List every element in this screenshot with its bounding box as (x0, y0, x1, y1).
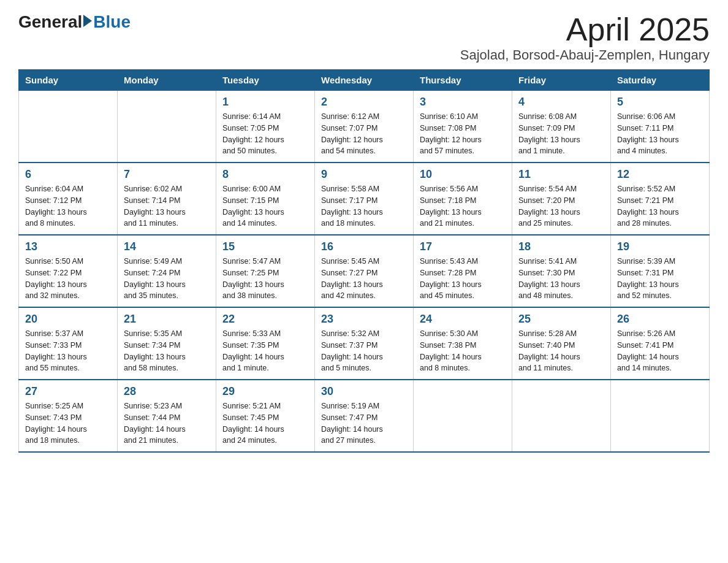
day-number: 5 (617, 96, 703, 109)
day-cell (118, 91, 216, 163)
day-number: 13 (25, 240, 111, 253)
day-cell: 30Sunrise: 5:19 AM Sunset: 7:47 PM Dayli… (315, 380, 414, 452)
day-number: 1 (222, 96, 308, 109)
day-cell: 6Sunrise: 6:04 AM Sunset: 7:12 PM Daylig… (19, 163, 118, 235)
day-cell: 19Sunrise: 5:39 AM Sunset: 7:31 PM Dayli… (611, 235, 710, 307)
day-cell: 25Sunrise: 5:28 AM Sunset: 7:40 PM Dayli… (512, 307, 611, 380)
logo-blue: Blue (93, 12, 131, 32)
day-number: 27 (25, 385, 111, 398)
day-number: 25 (518, 313, 604, 326)
calendar-body: 1Sunrise: 6:14 AM Sunset: 7:05 PM Daylig… (19, 91, 710, 453)
day-info: Sunrise: 5:41 AM Sunset: 7:30 PM Dayligh… (518, 256, 604, 302)
day-number: 2 (321, 96, 407, 109)
day-cell: 20Sunrise: 5:37 AM Sunset: 7:33 PM Dayli… (19, 307, 118, 380)
day-cell: 1Sunrise: 6:14 AM Sunset: 7:05 PM Daylig… (216, 91, 315, 163)
day-info: Sunrise: 6:04 AM Sunset: 7:12 PM Dayligh… (25, 183, 111, 229)
day-info: Sunrise: 5:35 AM Sunset: 7:34 PM Dayligh… (124, 328, 210, 374)
header-day-wednesday: Wednesday (315, 70, 414, 91)
week-row-2: 6Sunrise: 6:04 AM Sunset: 7:12 PM Daylig… (19, 163, 710, 235)
logo-general: General (18, 12, 82, 32)
day-number: 26 (617, 313, 703, 326)
day-cell: 12Sunrise: 5:52 AM Sunset: 7:21 PM Dayli… (611, 163, 710, 235)
week-row-5: 27Sunrise: 5:25 AM Sunset: 7:43 PM Dayli… (19, 380, 710, 452)
day-cell: 17Sunrise: 5:43 AM Sunset: 7:28 PM Dayli… (414, 235, 512, 307)
day-cell: 26Sunrise: 5:26 AM Sunset: 7:41 PM Dayli… (611, 307, 710, 380)
calendar-title: April 2025 (460, 12, 710, 47)
day-info: Sunrise: 5:47 AM Sunset: 7:25 PM Dayligh… (222, 256, 308, 302)
day-cell: 3Sunrise: 6:10 AM Sunset: 7:08 PM Daylig… (414, 91, 512, 163)
day-number: 7 (124, 168, 210, 181)
day-cell: 10Sunrise: 5:56 AM Sunset: 7:18 PM Dayli… (414, 163, 512, 235)
logo-arrow-icon (83, 15, 92, 27)
day-number: 17 (420, 240, 506, 253)
day-cell (611, 380, 710, 452)
day-info: Sunrise: 6:10 AM Sunset: 7:08 PM Dayligh… (420, 111, 506, 157)
day-info: Sunrise: 5:25 AM Sunset: 7:43 PM Dayligh… (25, 400, 111, 446)
day-number: 30 (321, 385, 407, 398)
day-info: Sunrise: 5:50 AM Sunset: 7:22 PM Dayligh… (25, 256, 111, 302)
day-info: Sunrise: 6:06 AM Sunset: 7:11 PM Dayligh… (617, 111, 703, 157)
day-cell: 11Sunrise: 5:54 AM Sunset: 7:20 PM Dayli… (512, 163, 611, 235)
title-block: April 2025 Sajolad, Borsod-Abauj-Zemplen… (460, 12, 710, 63)
week-row-3: 13Sunrise: 5:50 AM Sunset: 7:22 PM Dayli… (19, 235, 710, 307)
day-cell: 8Sunrise: 6:00 AM Sunset: 7:15 PM Daylig… (216, 163, 315, 235)
day-info: Sunrise: 6:12 AM Sunset: 7:07 PM Dayligh… (321, 111, 407, 157)
day-number: 3 (420, 96, 506, 109)
day-number: 9 (321, 168, 407, 181)
day-cell: 29Sunrise: 5:21 AM Sunset: 7:45 PM Dayli… (216, 380, 315, 452)
day-number: 14 (124, 240, 210, 253)
day-cell: 24Sunrise: 5:30 AM Sunset: 7:38 PM Dayli… (414, 307, 512, 380)
day-cell (512, 380, 611, 452)
header-day-saturday: Saturday (611, 70, 710, 91)
calendar-table: SundayMondayTuesdayWednesdayThursdayFrid… (18, 69, 710, 453)
day-cell: 7Sunrise: 6:02 AM Sunset: 7:14 PM Daylig… (118, 163, 216, 235)
day-number: 18 (518, 240, 604, 253)
day-cell: 4Sunrise: 6:08 AM Sunset: 7:09 PM Daylig… (512, 91, 611, 163)
day-info: Sunrise: 5:26 AM Sunset: 7:41 PM Dayligh… (617, 328, 703, 374)
day-number: 21 (124, 313, 210, 326)
day-info: Sunrise: 5:28 AM Sunset: 7:40 PM Dayligh… (518, 328, 604, 374)
day-number: 11 (518, 168, 604, 181)
day-number: 12 (617, 168, 703, 181)
day-cell: 23Sunrise: 5:32 AM Sunset: 7:37 PM Dayli… (315, 307, 414, 380)
day-number: 22 (222, 313, 308, 326)
day-info: Sunrise: 5:39 AM Sunset: 7:31 PM Dayligh… (617, 256, 703, 302)
header-row: SundayMondayTuesdayWednesdayThursdayFrid… (19, 70, 710, 91)
day-cell: 15Sunrise: 5:47 AM Sunset: 7:25 PM Dayli… (216, 235, 315, 307)
day-info: Sunrise: 5:33 AM Sunset: 7:35 PM Dayligh… (222, 328, 308, 374)
day-number: 29 (222, 385, 308, 398)
day-info: Sunrise: 5:30 AM Sunset: 7:38 PM Dayligh… (420, 328, 506, 374)
header-day-sunday: Sunday (19, 70, 118, 91)
day-cell: 13Sunrise: 5:50 AM Sunset: 7:22 PM Dayli… (19, 235, 118, 307)
day-cell (19, 91, 118, 163)
day-cell: 16Sunrise: 5:45 AM Sunset: 7:27 PM Dayli… (315, 235, 414, 307)
day-info: Sunrise: 6:02 AM Sunset: 7:14 PM Dayligh… (124, 183, 210, 229)
day-info: Sunrise: 5:32 AM Sunset: 7:37 PM Dayligh… (321, 328, 407, 374)
day-number: 4 (518, 96, 604, 109)
day-info: Sunrise: 5:37 AM Sunset: 7:33 PM Dayligh… (25, 328, 111, 374)
day-number: 10 (420, 168, 506, 181)
day-number: 6 (25, 168, 111, 181)
logo: General Blue (18, 12, 131, 32)
calendar-subtitle: Sajolad, Borsod-Abauj-Zemplen, Hungary (460, 47, 710, 63)
day-cell: 9Sunrise: 5:58 AM Sunset: 7:17 PM Daylig… (315, 163, 414, 235)
day-info: Sunrise: 6:14 AM Sunset: 7:05 PM Dayligh… (222, 111, 308, 157)
day-cell: 21Sunrise: 5:35 AM Sunset: 7:34 PM Dayli… (118, 307, 216, 380)
header-day-tuesday: Tuesday (216, 70, 315, 91)
header-day-monday: Monday (118, 70, 216, 91)
day-info: Sunrise: 5:19 AM Sunset: 7:47 PM Dayligh… (321, 400, 407, 446)
day-cell: 27Sunrise: 5:25 AM Sunset: 7:43 PM Dayli… (19, 380, 118, 452)
header-day-friday: Friday (512, 70, 611, 91)
day-info: Sunrise: 5:49 AM Sunset: 7:24 PM Dayligh… (124, 256, 210, 302)
day-number: 24 (420, 313, 506, 326)
day-cell (414, 380, 512, 452)
calendar-header: SundayMondayTuesdayWednesdayThursdayFrid… (19, 70, 710, 91)
day-info: Sunrise: 5:43 AM Sunset: 7:28 PM Dayligh… (420, 256, 506, 302)
header-day-thursday: Thursday (414, 70, 512, 91)
day-info: Sunrise: 5:45 AM Sunset: 7:27 PM Dayligh… (321, 256, 407, 302)
day-number: 15 (222, 240, 308, 253)
day-info: Sunrise: 6:00 AM Sunset: 7:15 PM Dayligh… (222, 183, 308, 229)
day-cell: 14Sunrise: 5:49 AM Sunset: 7:24 PM Dayli… (118, 235, 216, 307)
day-info: Sunrise: 5:52 AM Sunset: 7:21 PM Dayligh… (617, 183, 703, 229)
day-info: Sunrise: 5:58 AM Sunset: 7:17 PM Dayligh… (321, 183, 407, 229)
